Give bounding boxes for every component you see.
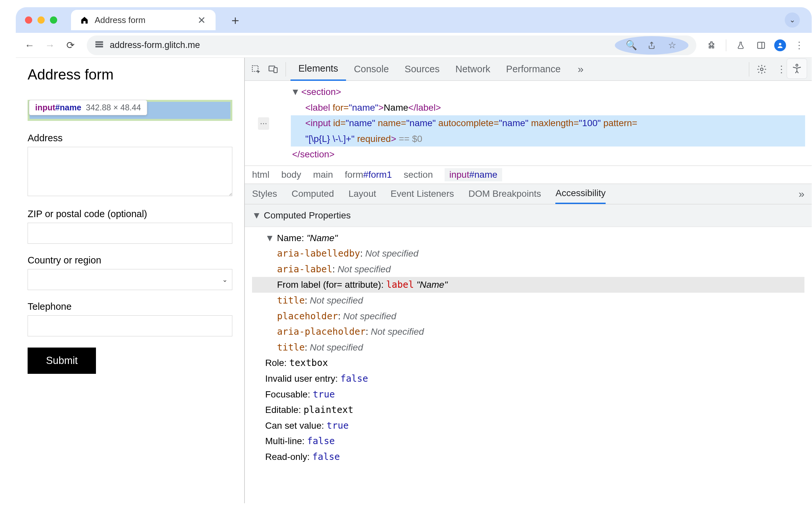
zip-input[interactable]	[28, 223, 232, 244]
accessibility-property: Multi-line: false	[252, 433, 805, 449]
title-bar: Address form ✕ ＋ ⌄	[16, 7, 812, 33]
reload-button[interactable]: ⟳	[62, 37, 79, 54]
devtools-tab-network[interactable]: Network	[448, 58, 498, 81]
zoom-icon[interactable]: 🔍	[624, 38, 638, 53]
submit-button[interactable]: Submit	[28, 347, 96, 374]
svg-rect-5	[96, 46, 99, 47]
profile-avatar[interactable]	[774, 40, 786, 51]
labs-icon[interactable]	[733, 38, 748, 53]
accessibility-property: title: Not specified	[252, 340, 805, 356]
devtools-tab-elements[interactable]: Elements	[290, 58, 346, 81]
telephone-label: Telephone	[28, 301, 232, 312]
new-tab-button[interactable]: ＋	[226, 11, 245, 29]
fullscreen-window-button[interactable]	[50, 17, 57, 24]
accessibility-property: Editable: plaintext	[252, 402, 805, 418]
breadcrumb-item[interactable]: form#form1	[345, 170, 392, 180]
subtab-computed[interactable]: Computed	[291, 188, 334, 199]
close-window-button[interactable]	[25, 17, 32, 24]
menu-icon[interactable]: ⋮	[792, 38, 806, 53]
minimize-window-button[interactable]	[37, 17, 45, 24]
address-label: Address	[28, 133, 232, 144]
inspect-element-icon[interactable]	[248, 61, 264, 77]
tabs-dropdown-icon[interactable]: ⌄	[785, 12, 800, 28]
accessibility-property: title: Not specified	[252, 293, 805, 308]
browser-window: Address form ✕ ＋ ⌄ ← → ⟳ address-form.gl…	[16, 7, 812, 503]
favicon-icon	[80, 16, 89, 24]
dom-breadcrumb[interactable]: htmlbodymainform#form1sectioninput#name	[245, 165, 812, 184]
url-bar[interactable]: address-form.glitch.me 🔍 ☆	[87, 35, 696, 55]
zip-label: ZIP or postal code (optional)	[28, 209, 232, 219]
accessibility-property: Invalid user entry: false	[252, 371, 805, 387]
accessibility-icon[interactable]	[787, 58, 807, 79]
devtools-tab-console[interactable]: Console	[346, 58, 397, 81]
svg-rect-12	[274, 68, 277, 73]
forward-button[interactable]: →	[42, 37, 58, 54]
svg-point-0	[796, 64, 798, 67]
devtools-tab-sources[interactable]: Sources	[397, 58, 447, 81]
subtabs-more-icon[interactable]: »	[798, 188, 805, 200]
from-label-row: From label (for= attribute): label "Name…	[252, 277, 805, 293]
close-tab-icon[interactable]: ✕	[197, 15, 206, 26]
subtab-accessibility[interactable]: Accessibility	[555, 184, 605, 204]
back-button[interactable]: ←	[21, 37, 38, 54]
breadcrumb-item[interactable]: section	[404, 170, 433, 180]
inspect-tooltip: input#name342.88 × 48.44	[29, 100, 147, 115]
devtools-more-tabs[interactable]: »	[570, 58, 591, 81]
svg-point-9	[779, 43, 781, 45]
share-icon[interactable]	[644, 38, 659, 53]
url-text: address-form.glitch.me	[110, 40, 200, 50]
accessibility-property: aria-placeholder: Not specified	[252, 324, 805, 340]
devtools-subtabs: StylesComputedLayoutEvent ListenersDOM B…	[245, 184, 812, 204]
extensions-icon[interactable]	[704, 38, 719, 53]
sidepanel-icon[interactable]	[754, 38, 768, 53]
bookmark-star-icon[interactable]: ☆	[665, 38, 679, 53]
subtab-dom-breakpoints[interactable]: DOM Breakpoints	[468, 188, 541, 199]
devtools-tab-performance[interactable]: Performance	[498, 58, 568, 81]
country-select[interactable]	[28, 269, 232, 290]
accessibility-property: aria-label: Not specified	[252, 261, 805, 277]
tab-title: Address form	[95, 15, 146, 25]
subtab-styles[interactable]: Styles	[252, 188, 277, 199]
svg-rect-7	[758, 42, 765, 48]
accessibility-property: placeholder: Not specified	[252, 308, 805, 324]
address-input[interactable]	[28, 147, 232, 196]
page-title: Address form	[28, 67, 232, 83]
dom-tree[interactable]: ▼<section> <label for="name">Name</label…	[245, 81, 812, 165]
country-label: Country or region	[28, 255, 232, 266]
svg-rect-6	[100, 46, 103, 47]
breadcrumb-item[interactable]: main	[313, 170, 333, 180]
page-content: Address form input#name342.88 × 48.44 Ad…	[16, 58, 244, 503]
traffic-lights	[25, 17, 57, 24]
svg-rect-1	[96, 42, 99, 42]
selected-dom-node[interactable]: <input id="name" name="name" autocomplet…	[291, 115, 805, 147]
breadcrumb-item[interactable]: body	[281, 170, 301, 180]
svg-point-13	[760, 68, 763, 71]
devtools-settings-icon[interactable]	[755, 62, 769, 77]
breadcrumb-item[interactable]: html	[252, 170, 270, 180]
accessibility-property: Can set value: true	[252, 418, 805, 434]
site-settings-icon[interactable]	[95, 40, 104, 51]
browser-tab[interactable]: Address form ✕	[71, 10, 215, 30]
accessibility-property: aria-labelledby: Not specified	[252, 246, 805, 261]
accessibility-property: Role: textbox	[252, 355, 805, 371]
toolbar: ← → ⟳ address-form.glitch.me 🔍 ☆	[16, 33, 812, 58]
telephone-input[interactable]	[28, 315, 232, 336]
subtab-layout[interactable]: Layout	[348, 188, 376, 199]
svg-rect-4	[100, 44, 103, 44]
accessibility-panel: ▼Computed Properties ▼Name: "Name" aria-…	[245, 204, 812, 469]
device-toggle-icon[interactable]	[265, 61, 281, 77]
svg-rect-2	[100, 42, 103, 42]
breadcrumb-item[interactable]: input#name	[445, 168, 502, 181]
svg-rect-3	[96, 44, 99, 44]
subtab-event-listeners[interactable]: Event Listeners	[391, 188, 454, 199]
accessibility-property: Focusable: true	[252, 387, 805, 402]
accessibility-property: Read-only: false	[252, 449, 805, 465]
devtools-tabs: ElementsConsoleSourcesNetworkPerformance…	[245, 58, 812, 81]
devtools-panel: ElementsConsoleSourcesNetworkPerformance…	[244, 58, 812, 503]
